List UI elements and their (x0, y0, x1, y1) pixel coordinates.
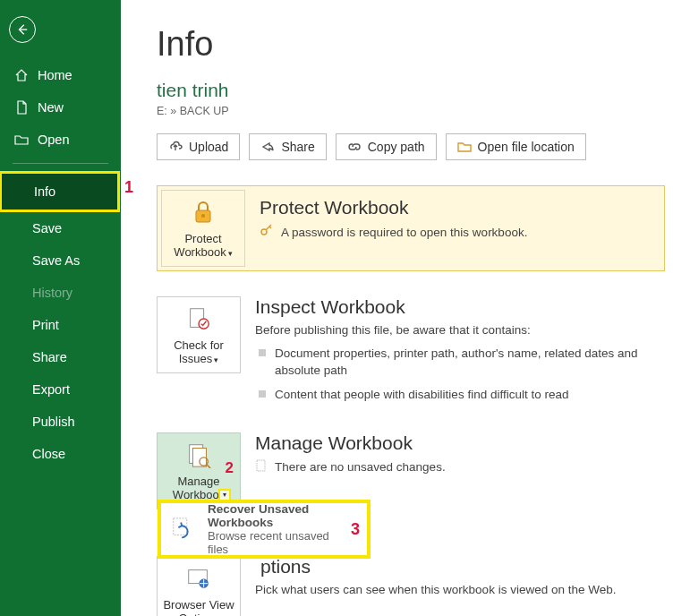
recover-desc: Browse recent unsaved files (208, 529, 347, 556)
share-button[interactable]: Share (249, 133, 326, 160)
folder-icon (457, 140, 472, 154)
lock-icon (189, 198, 217, 227)
sidebar-item-export[interactable]: Export (0, 373, 121, 406)
list-item: Content that people with disabilities fi… (255, 383, 673, 407)
sidebar-label: Info (34, 184, 55, 199)
sidebar-label: Publish (32, 415, 75, 429)
sidebar-item-save[interactable]: Save (0, 212, 121, 244)
upload-button[interactable]: Upload (157, 133, 240, 160)
sidebar-label: Share (32, 350, 67, 364)
protect-desc: A password is required to open this work… (260, 224, 652, 241)
sidebar-label: New (38, 100, 64, 115)
browser-view-section: Browser View Options ptions Pick what us… (157, 556, 673, 616)
sidebar-item-close[interactable]: Close (0, 438, 121, 470)
annotation-2: 2 (226, 459, 234, 477)
sidebar-item-print[interactable]: Print (0, 309, 121, 341)
manage-icon (184, 441, 213, 469)
key-icon (260, 224, 274, 241)
manage-section: Manage Workbook ▾ 2 Manage Workbook Ther… (157, 432, 673, 509)
sidebar-item-info[interactable]: Info 1 (0, 171, 121, 212)
copy-path-button[interactable]: Copy path (336, 133, 437, 160)
arrow-left-icon (16, 23, 29, 36)
home-icon (14, 68, 29, 82)
share-icon (260, 140, 275, 154)
browser-desc: Pick what users can see when this workbo… (255, 583, 673, 596)
sidebar-item-history: History (0, 277, 121, 309)
browser-title: ptions (255, 556, 673, 578)
sidebar-label: Home (38, 68, 72, 82)
protect-title: Protect Workbook (260, 197, 652, 218)
inspect-section: Check for Issues▾ Inspect Workbook Befor… (157, 296, 673, 407)
sidebar-separator (13, 163, 108, 164)
check-for-issues-button[interactable]: Check for Issues▾ (157, 296, 241, 373)
open-file-location-button[interactable]: Open file location (446, 133, 586, 160)
recover-icon (168, 514, 199, 544)
sidebar-label: History (32, 286, 72, 300)
sidebar-item-open[interactable]: Open (0, 124, 121, 156)
manage-desc: There are no unsaved changes. (255, 459, 673, 475)
upload-icon (168, 140, 183, 154)
recover-unsaved-popup[interactable]: Recover Unsaved Workbooks Browse recent … (158, 500, 371, 559)
inspect-list: Document properties, printer path, autho… (255, 342, 673, 407)
sidebar-item-share[interactable]: Share (0, 341, 121, 373)
list-item: Document properties, printer path, autho… (255, 342, 673, 383)
protect-workbook-button[interactable]: Protect Workbook▾ (161, 190, 245, 267)
link-icon (347, 140, 362, 154)
inspect-title: Inspect Workbook (255, 296, 673, 318)
doc-icon (255, 459, 268, 475)
sidebar-label: Open (38, 133, 69, 147)
svg-rect-8 (257, 460, 265, 471)
sidebar-label: Save As (32, 253, 80, 268)
sidebar-item-publish[interactable]: Publish (0, 406, 121, 438)
browser-view-options-button[interactable]: Browser View Options (157, 556, 241, 616)
sidebar-label: Print (32, 318, 59, 332)
file-path: E: » BACK UP (157, 105, 673, 117)
sidebar-label: Export (32, 382, 70, 397)
sidebar-item-home[interactable]: Home (0, 59, 121, 91)
action-row: Upload Share Copy path Open file locatio… (157, 133, 673, 160)
inspect-intro: Before publishing this file, be aware th… (255, 323, 673, 337)
recover-title: Recover Unsaved Workbooks (208, 502, 347, 529)
protect-section: Protect Workbook▾ Protect Workbook A pas… (157, 185, 665, 271)
backstage-sidebar: Home New Open Info 1 Save Save As Histor… (0, 0, 121, 616)
sidebar-label: Close (32, 447, 65, 461)
sidebar-item-new[interactable]: New (0, 91, 121, 124)
svg-point-1 (201, 214, 205, 218)
file-name: tien trinh (157, 80, 673, 101)
folder-open-icon (14, 133, 29, 147)
manage-title: Manage Workbook (255, 432, 673, 454)
page-title: Info (157, 25, 673, 64)
sidebar-item-saveas[interactable]: Save As (0, 244, 121, 277)
new-file-icon (14, 100, 29, 115)
inspect-icon (184, 304, 213, 333)
annotation-3: 3 (351, 520, 360, 539)
back-button[interactable] (9, 16, 36, 43)
browser-icon (184, 564, 213, 593)
sidebar-label: Save (32, 221, 62, 235)
annotation-1: 1 (124, 178, 133, 197)
